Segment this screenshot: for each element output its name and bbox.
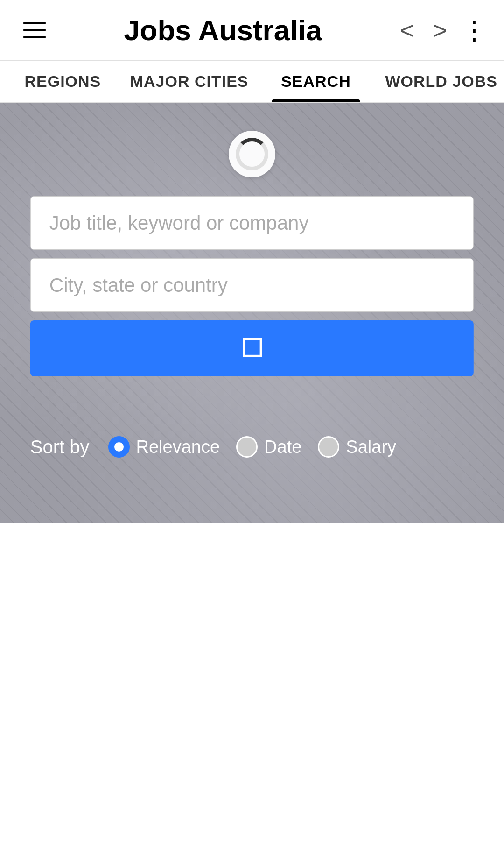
date-radio[interactable] [236,436,258,458]
relevance-label: Relevance [136,437,220,457]
tab-bar: REGIONS MAJOR CITIES SEARCH WORLD JOBS [0,61,504,103]
search-form: ☐ [30,196,474,376]
app-title: Jobs Australia [50,14,395,47]
salary-radio[interactable] [318,436,339,458]
more-options-button[interactable]: ⋮ [461,17,485,43]
tab-search[interactable]: SEARCH [253,61,379,102]
tab-major-cities[interactable]: MAJOR CITIES [126,61,253,102]
sort-salary[interactable]: Salary [318,436,396,458]
search-icon: ☐ [241,334,263,363]
header-nav-icons: < > ⋮ [395,14,485,47]
loading-spinner [229,131,275,177]
hero-section: ☐ Sort by Relevance Date Salary [0,103,504,523]
app-header: Jobs Australia < > ⋮ [0,0,504,61]
search-button[interactable]: ☐ [30,320,474,376]
relevance-radio[interactable] [108,436,130,458]
sort-section: Sort by Relevance Date Salary [30,436,396,458]
back-arrow-button[interactable]: < [395,14,419,47]
sort-relevance[interactable]: Relevance [108,436,220,458]
salary-label: Salary [346,437,396,457]
sort-label: Sort by [30,437,90,458]
header-left [19,17,50,43]
date-label: Date [264,437,301,457]
forward-arrow-button[interactable]: > [428,14,452,47]
menu-button[interactable] [19,17,50,43]
tab-regions[interactable]: REGIONS [0,61,126,102]
keyword-input[interactable] [30,196,474,250]
location-input[interactable] [30,258,474,312]
content-area [0,523,504,862]
sort-radio-group: Relevance Date Salary [108,436,397,458]
sort-date[interactable]: Date [236,436,301,458]
tab-world-jobs[interactable]: WORLD JOBS [378,61,504,102]
